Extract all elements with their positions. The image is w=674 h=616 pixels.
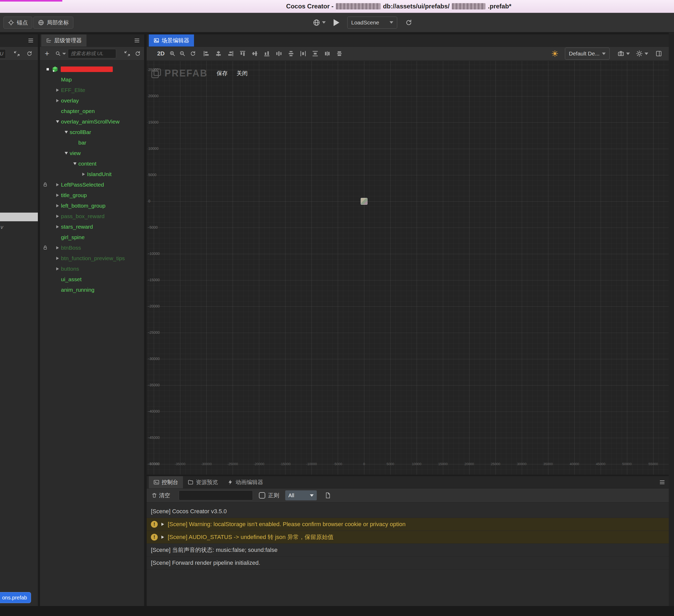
preview-target-dropdown[interactable] [313, 19, 326, 26]
tree-node-chapter_open[interactable]: chapter_open [40, 106, 144, 116]
panel-layout-icon[interactable] [656, 50, 662, 57]
tree-node-overlay[interactable]: overlay [40, 95, 144, 106]
expand-arrow-icon[interactable] [54, 179, 61, 190]
log-row[interactable]: [Scene] Forward render pipeline initiali… [147, 557, 669, 570]
log-row[interactable]: [Scene] Cocos Creator v3.5.0 [147, 505, 669, 518]
log-row[interactable]: [Scene] 当前声音的状态: music:false; sound:fals… [147, 544, 669, 557]
prefab-close-button[interactable]: 关闭 [237, 70, 248, 77]
mode-2d-button[interactable]: 2D [157, 50, 164, 57]
collapse-all-icon[interactable] [14, 50, 20, 57]
expand-arrow-icon[interactable] [80, 169, 87, 179]
tree-node-LeftPassSelected[interactable]: LeftPassSelected [40, 179, 144, 190]
tree-node-btn_function_preview_tips[interactable]: btn_function_preview_tips [40, 253, 144, 264]
tree-node-buttons[interactable]: buttons [40, 264, 144, 274]
scene-canvas[interactable]: PREFAB 保存 关闭 2500020000150001000050000-5… [147, 61, 669, 475]
tree-node-scrollBar[interactable]: scrollBar [40, 127, 144, 137]
log-text: [Scene] Warning: localStorage isn't enab… [168, 521, 406, 528]
log-row[interactable]: ![Scene] AUDIO_STATUS -> undefined 转 jso… [147, 531, 669, 544]
tree-node-Map[interactable]: Map [40, 75, 144, 85]
gizmo-brightness-icon[interactable] [552, 50, 558, 57]
partial-search-input[interactable]: U [0, 49, 6, 58]
tree-node-left_bottom_group[interactable]: left_bottom_group [40, 201, 144, 211]
regex-checkbox[interactable] [259, 492, 265, 499]
tree-node-stars_reward[interactable]: stars_reward [40, 222, 144, 232]
scene-sprite-node[interactable] [361, 198, 367, 205]
expand-log-icon[interactable] [161, 535, 164, 539]
refresh-icon[interactable] [26, 50, 32, 57]
tree-node-content[interactable]: content [40, 158, 144, 169]
log-file-icon[interactable] [325, 492, 331, 499]
tree-node-root[interactable] [40, 64, 144, 75]
tab-animation-editor[interactable]: 动画编辑器 [223, 476, 268, 488]
menu-icon[interactable] [27, 37, 34, 44]
expand-arrow-icon[interactable] [54, 211, 61, 222]
space-v-icon[interactable] [336, 50, 343, 57]
expand-arrow-icon[interactable] [54, 95, 61, 106]
tree-node-title_group[interactable]: title_group [40, 190, 144, 201]
zoom-out-icon[interactable] [179, 50, 186, 57]
distribute-v-icon[interactable] [288, 50, 294, 57]
collapse-arrow-icon[interactable] [63, 127, 70, 137]
play-button[interactable] [334, 19, 339, 26]
expand-arrow-icon[interactable] [54, 253, 61, 264]
search-filter-button[interactable] [55, 51, 66, 56]
anchor-button[interactable]: 锚点 [3, 17, 32, 29]
expand-arrow-icon[interactable] [54, 201, 61, 211]
add-node-button[interactable]: + [45, 49, 49, 58]
spread-h-icon[interactable] [300, 50, 306, 57]
tree-node-girl_spine[interactable]: girl_spine [40, 232, 144, 243]
expand-log-icon[interactable] [161, 523, 164, 526]
collapse-arrow-icon[interactable] [63, 148, 70, 158]
tree-node-ui_asset[interactable]: ui_asset [40, 274, 144, 285]
tree-node-anim_running[interactable]: anim_running [40, 285, 144, 295]
zoom-in-icon[interactable] [169, 50, 176, 57]
collapse-arrow-icon[interactable] [54, 116, 61, 127]
align-top-icon[interactable] [239, 50, 246, 57]
align-left-icon[interactable] [203, 50, 210, 57]
collapse-arrow-icon[interactable] [72, 158, 78, 169]
expand-arrow-icon[interactable] [54, 85, 61, 95]
tree-node-EFF_Elite[interactable]: EFF_Elite [40, 85, 144, 95]
tab-hierarchy[interactable]: 层级管理器 [41, 34, 87, 46]
align-right-icon[interactable] [227, 50, 234, 57]
clear-console-button[interactable]: 清空 [151, 492, 170, 499]
align-bottom-icon[interactable] [264, 50, 270, 57]
gizmo-settings-dropdown[interactable] [636, 50, 648, 57]
space-h-icon[interactable] [324, 50, 330, 57]
distribute-h-icon[interactable] [276, 50, 282, 57]
tab-console[interactable]: 控制台 [149, 476, 183, 488]
profile-select[interactable]: Default De... [565, 47, 609, 59]
expand-arrow-icon[interactable] [54, 243, 61, 253]
expand-arrow-icon[interactable] [54, 264, 61, 274]
expand-arrow-icon[interactable] [54, 222, 61, 232]
tree-node-pass_box_reward[interactable]: pass_box_reward [40, 211, 144, 222]
highlighted-row[interactable] [0, 213, 38, 221]
hierarchy-search-input[interactable] [68, 49, 116, 58]
menu-icon[interactable] [133, 37, 140, 44]
expand-arrow-icon[interactable] [54, 190, 61, 201]
prefab-save-button[interactable]: 保存 [217, 70, 228, 77]
load-scene-select[interactable]: LoadScene [347, 17, 397, 29]
local-coords-button[interactable]: 局部坐标 [33, 17, 73, 29]
tree-node-bar[interactable]: bar [40, 137, 144, 148]
log-row[interactable]: ![Scene] Warning: localStorage isn't ena… [147, 518, 669, 531]
console-filter-input[interactable] [179, 490, 253, 500]
spread-v-icon[interactable] [312, 50, 318, 57]
reload-button[interactable] [405, 19, 413, 26]
reset-view-icon[interactable] [190, 50, 196, 57]
dragged-prefab-badge[interactable]: ons.prefab [0, 592, 31, 603]
tree-node-view[interactable]: view [40, 148, 144, 158]
menu-icon[interactable] [659, 479, 666, 485]
tree-node-IslandUnit[interactable]: IslandUnit [40, 169, 144, 179]
tree-node-btnBoss[interactable]: btnBoss [40, 243, 144, 253]
tab-scene-editor[interactable]: 场景编辑器 [149, 34, 194, 46]
chevron-down-icon [322, 21, 326, 24]
camera-dropdown[interactable] [617, 50, 630, 57]
align-h-center-icon[interactable] [215, 50, 222, 57]
align-v-center-icon[interactable] [251, 50, 258, 57]
tree-node-overlay_animScrollView[interactable]: overlay_animScrollView [40, 116, 144, 127]
tab-asset-preview[interactable]: 资源预览 [183, 476, 223, 488]
collapse-all-icon[interactable] [124, 50, 130, 57]
log-level-select[interactable]: All [285, 490, 317, 500]
refresh-icon[interactable] [135, 50, 141, 57]
